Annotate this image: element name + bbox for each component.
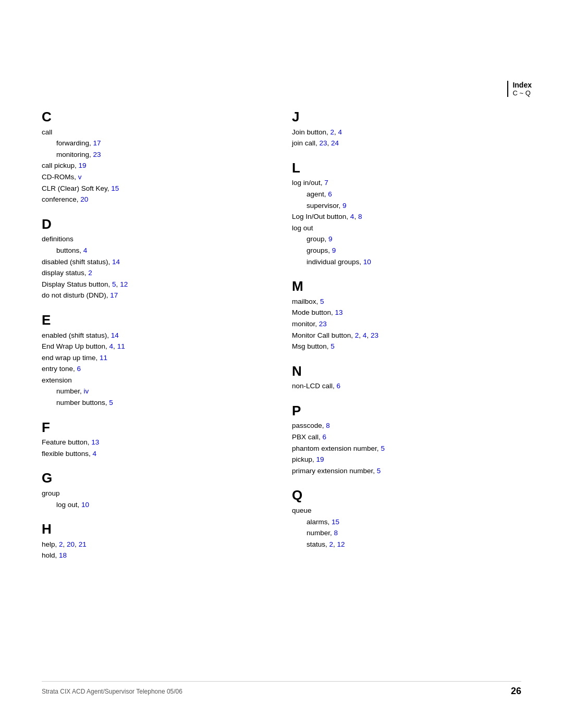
page-ref-link[interactable]: 10 [363,258,371,266]
index-entry: disabled (shift status), 14 [42,256,261,268]
page-ref-link[interactable]: 2 [355,331,359,339]
entry-label: non-LCD call, [292,382,335,390]
page-ref-link[interactable]: 5 [112,280,116,288]
entry-label: End Wrap Up button, [42,342,107,350]
index-entry: flexible buttons, 4 [42,448,261,460]
entry-label: mailbox, [292,298,318,305]
page-ref-link[interactable]: 4 [363,331,367,339]
entry-label: primary extension number, [292,467,375,475]
index-entry: passcode, 8 [292,420,521,431]
page-ref-link[interactable]: 14 [111,331,119,339]
page-ref-link[interactable]: 6 [337,382,341,390]
section-letter: M [292,279,521,294]
entry-label: enabled (shift status), [42,331,109,339]
entry-label: extension [42,376,72,384]
entry-label: buttons, [56,246,81,254]
page-ref-link[interactable]: 17 [110,291,118,299]
page-ref-link[interactable]: 13 [91,438,99,446]
page-ref-link[interactable]: 12 [337,540,345,548]
page-ref-link[interactable]: 2 [59,540,63,548]
entry-label: monitor, [292,320,317,328]
page-ref-link[interactable]: 17 [93,139,101,147]
index-entry: log out [292,223,521,234]
page-ref-link[interactable]: 4 [109,342,114,350]
entry-label: help, [42,540,57,548]
page-ref-link[interactable]: 11 [100,354,107,362]
page-ref-link[interactable]: 24 [331,139,339,147]
page-ref-link[interactable]: 4 [350,213,354,220]
page-ref-link[interactable]: 18 [59,551,67,559]
section-letter: F [42,420,261,435]
page-ref-link[interactable]: 8 [334,529,338,537]
index-entry: Mode button, 13 [292,307,521,318]
index-entry: monitor, 23 [292,318,521,330]
page-ref-link[interactable]: 5 [109,399,113,406]
page-ref-link[interactable]: 5 [320,298,324,305]
entry-label: do not disturb (DND), [42,291,108,299]
entry-label: log in/out, [292,179,323,187]
index-entry: forwarding, 17 [42,138,261,149]
section-letter: P [292,403,521,418]
page-ref-link[interactable]: 9 [332,246,336,254]
page-ref-link[interactable]: 2 [331,128,335,136]
entry-label: join call, [292,139,317,147]
entry-label: definitions [42,235,74,243]
page-ref-link[interactable]: 5 [377,467,381,475]
page-ref-link[interactable]: 6 [323,433,327,441]
index-entry: Display Status button, 5, 12 [42,279,261,290]
page-ref-link[interactable]: 7 [324,179,328,187]
page-ref-link[interactable]: 8 [358,213,362,220]
page-ref-link[interactable]: 23 [320,139,327,147]
index-entry: Monitor Call button, 2, 4, 23 [292,330,521,341]
page-ref-link[interactable]: 10 [81,501,89,509]
index-entry: individual groups, 10 [292,256,521,268]
entry-label: entry tone, [42,365,75,373]
page-ref-link[interactable]: 19 [79,162,87,169]
page-ref-link[interactable]: 2 [329,540,334,548]
index-entry: group [42,488,261,499]
page-ref-link[interactable]: 8 [326,422,330,429]
entry-label: call pickup, [42,162,77,169]
page-ref-link[interactable]: v [78,173,82,181]
index-entry: extension [42,375,261,386]
page-ref-link[interactable]: 15 [332,518,339,526]
page-ref-link[interactable]: 4 [83,246,88,254]
page-ref-link[interactable]: 23 [319,320,327,328]
entry-label: CD-ROMs, [42,173,76,181]
page-ref-link[interactable]: 5 [331,342,335,350]
page-ref-link[interactable]: 15 [111,184,119,192]
page-ref-link[interactable]: 4 [338,128,342,136]
index-entry: buttons, 4 [42,245,261,256]
page-ref-link[interactable]: 4 [93,450,97,458]
page-ref-link[interactable]: 9 [342,202,347,209]
page-ref-link[interactable]: 12 [120,280,128,288]
page-ref-link[interactable]: iv [84,387,89,395]
page-ref-link[interactable]: 6 [77,365,81,373]
page-ref-link[interactable]: 19 [316,455,324,463]
page-ref-link[interactable]: 5 [381,445,385,452]
index-section-g: Ggrouplog out, 10 [42,471,261,510]
entry-label: individual groups, [307,258,361,266]
page-ref-link[interactable]: 6 [328,190,332,198]
entry-label: phantom extension number, [292,445,379,452]
index-entry: alarms, 15 [292,516,521,528]
index-entry: Feature button, 13 [42,437,261,448]
index-section-j: JJoin button, 2, 4join call, 23, 24 [292,109,521,149]
entry-label: call [42,128,52,136]
page-ref-link[interactable]: 23 [371,331,378,339]
index-section-q: Qqueuealarms, 15number, 8status, 2, 12 [292,488,521,550]
index-entry: CLR (Clear) Soft Key, 15 [42,183,261,194]
page-ref-link[interactable]: 20 [67,540,75,548]
entry-label: Display Status button, [42,280,110,288]
page-ref-link[interactable]: 21 [79,540,87,548]
page-ref-link[interactable]: 13 [335,309,343,316]
entry-label: Monitor Call button, [292,331,353,339]
entry-label: conference, [42,195,79,203]
index-entry: status, 2, 12 [292,539,521,550]
page-ref-link[interactable]: 11 [117,342,125,350]
page-ref-link[interactable]: 2 [88,269,92,277]
page-ref-link[interactable]: 9 [328,235,333,243]
page-ref-link[interactable]: 23 [93,151,101,158]
page-ref-link[interactable]: 14 [112,258,120,266]
page-ref-link[interactable]: 20 [80,195,88,203]
